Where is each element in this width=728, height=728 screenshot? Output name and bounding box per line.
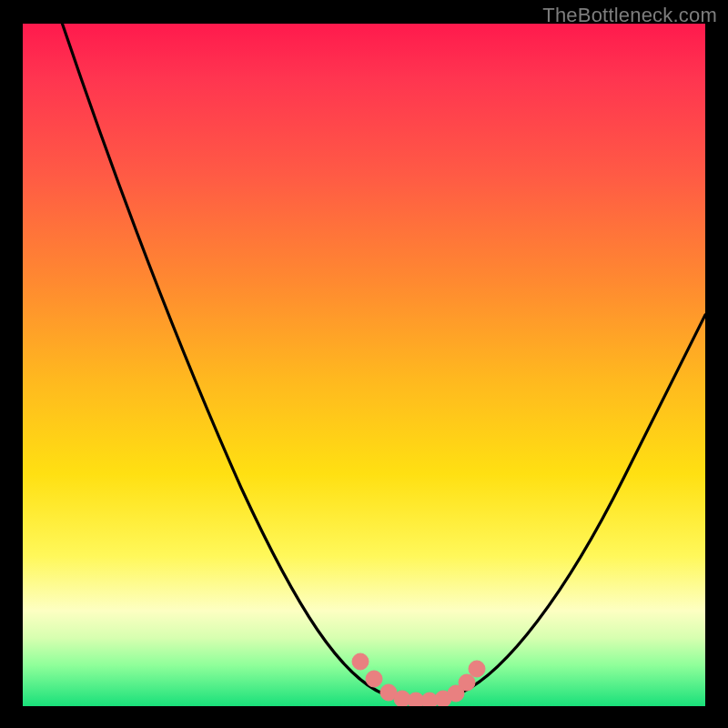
trough-markers (352, 653, 485, 706)
chart-frame: TheBottleneck.com (0, 0, 728, 728)
svg-point-9 (469, 661, 485, 677)
svg-point-0 (352, 653, 369, 670)
bottleneck-curve (50, 24, 705, 700)
bottleneck-curve-svg (23, 24, 705, 706)
plot-area (23, 24, 705, 706)
svg-point-1 (366, 671, 382, 687)
svg-point-8 (459, 674, 475, 691)
watermark-text: TheBottleneck.com (542, 4, 717, 27)
